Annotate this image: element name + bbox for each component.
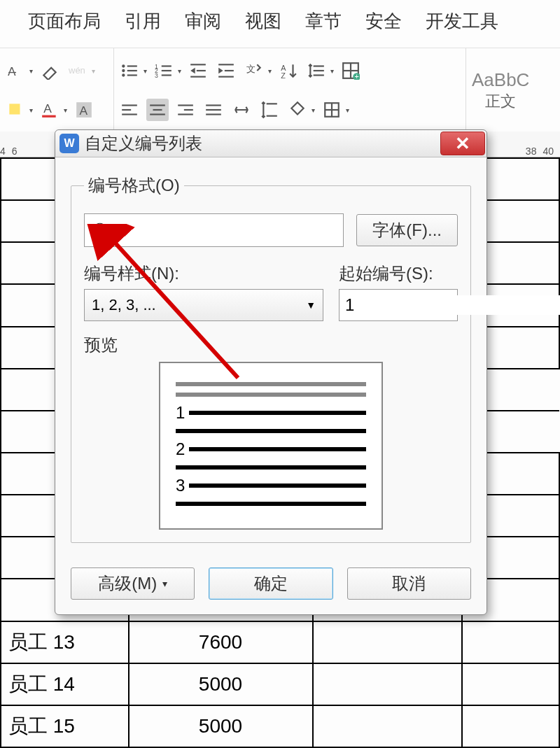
svg-rect-5 <box>42 115 55 118</box>
cell-employee[interactable]: 员工 13 <box>1 621 129 663</box>
dialog-title: 自定义编号列表 <box>85 132 440 155</box>
bullets-icon[interactable] <box>118 59 141 82</box>
custom-number-list-dialog: W 自定义编号列表 ✕ 编号格式(O) 字体(F)... 编号样式(N): 1,… <box>55 129 487 615</box>
app-icon: W <box>59 134 79 153</box>
table-row: 员工 145000 <box>1 663 559 705</box>
menu-chapter[interactable]: 章节 <box>305 9 342 34</box>
borders-icon[interactable] <box>321 99 343 121</box>
insert-table-icon[interactable]: + <box>340 59 362 82</box>
toolbar: A̶▾ wén▾ ▾ A▾ A ▾ 123▾ 文▾ AZ ▾ + ▾ <box>0 48 560 133</box>
pinyin-icon[interactable]: wén <box>66 59 89 82</box>
numbering-icon[interactable]: 123 <box>153 59 175 82</box>
start-number-input[interactable] <box>340 295 560 315</box>
svg-text:+: + <box>354 72 358 80</box>
eraser-icon[interactable] <box>38 59 61 82</box>
number-format-group: 编号格式(O) 字体(F)... 编号样式(N): 1, 2, 3, ... ▼… <box>71 174 471 543</box>
distribute-icon[interactable] <box>230 99 253 121</box>
clear-format-icon[interactable]: A̶ <box>4 59 27 82</box>
align-justify-icon[interactable] <box>202 99 225 121</box>
char-shading-icon[interactable]: A <box>73 99 95 121</box>
svg-text:wén: wén <box>69 65 85 76</box>
sort-icon[interactable]: AZ <box>277 59 300 82</box>
cell-value[interactable]: 5000 <box>129 705 313 747</box>
decrease-indent-icon[interactable] <box>187 59 209 82</box>
svg-point-12 <box>122 73 125 76</box>
dialog-title-bar[interactable]: W 自定义编号列表 ✕ <box>55 130 486 157</box>
ruler-mark: 6 <box>12 146 18 157</box>
style-normal[interactable]: AaBbC 正文 <box>466 48 535 132</box>
chevron-down-icon: ▼ <box>306 299 316 311</box>
svg-point-8 <box>122 64 125 67</box>
svg-text:Z: Z <box>281 71 286 80</box>
number-format-input[interactable] <box>84 213 344 247</box>
svg-rect-3 <box>9 104 20 114</box>
menu-dev-tools[interactable]: 开发工具 <box>426 9 498 34</box>
highlight-icon[interactable] <box>4 99 27 121</box>
number-format-legend: 编号格式(O) <box>84 174 184 197</box>
svg-text:A̶: A̶ <box>8 64 16 78</box>
text-direction-icon[interactable]: 文 <box>243 59 265 82</box>
ok-button[interactable]: 确定 <box>209 567 332 600</box>
font-color-icon[interactable]: A <box>38 99 61 121</box>
svg-text:文: 文 <box>246 64 255 74</box>
font-button[interactable]: 字体(F)... <box>356 214 458 246</box>
shading-icon[interactable] <box>286 99 309 121</box>
svg-marker-25 <box>218 68 223 74</box>
menu-bar: 页面布局 引用 审阅 视图 章节 安全 开发工具 <box>0 0 560 42</box>
preview-box: 1 2 3 <box>159 362 383 530</box>
line-spacing-icon[interactable] <box>305 59 328 82</box>
style-sample: AaBbC <box>472 69 529 91</box>
svg-marker-21 <box>190 68 195 74</box>
svg-text:3: 3 <box>155 72 158 79</box>
start-number-label: 起始编号(S): <box>339 262 458 285</box>
para-spacing-icon[interactable] <box>258 99 281 121</box>
ruler-mark: 4 <box>0 146 6 157</box>
align-left-icon[interactable] <box>118 99 141 121</box>
cell-employee[interactable]: 员工 15 <box>1 705 129 747</box>
svg-point-10 <box>122 69 125 72</box>
menu-reference[interactable]: 引用 <box>125 9 161 34</box>
style-name: 正文 <box>485 91 516 112</box>
ruler-mark: 40 <box>542 146 554 157</box>
svg-marker-1 <box>43 68 55 80</box>
advanced-button[interactable]: 高级(M)▾ <box>71 567 195 600</box>
svg-text:A: A <box>80 104 88 118</box>
cell-employee[interactable]: 员工 14 <box>1 663 129 705</box>
menu-view[interactable]: 视图 <box>245 9 281 34</box>
start-number-spinner[interactable]: ▲ ▼ <box>339 289 458 321</box>
preview-label: 预览 <box>84 334 458 356</box>
menu-page-layout[interactable]: 页面布局 <box>28 9 101 34</box>
table-row: 员工 137600 <box>1 621 559 663</box>
number-style-value: 1, 2, 3, ... <box>92 296 156 314</box>
menu-security[interactable]: 安全 <box>365 9 402 34</box>
align-right-icon[interactable] <box>174 99 197 121</box>
cell-value[interactable]: 7600 <box>129 621 313 663</box>
cell-value[interactable]: 5000 <box>129 663 313 705</box>
menu-review[interactable]: 审阅 <box>185 9 221 34</box>
close-button[interactable]: ✕ <box>440 132 485 155</box>
number-style-select[interactable]: 1, 2, 3, ... ▼ <box>84 289 323 321</box>
number-style-label: 编号样式(N): <box>84 262 323 285</box>
increase-indent-icon[interactable] <box>215 59 237 82</box>
ruler-mark: 38 <box>526 146 537 157</box>
table-row: 员工 155000 <box>1 705 559 747</box>
cancel-button[interactable]: 取消 <box>347 567 471 600</box>
svg-text:A: A <box>43 101 52 115</box>
align-center-icon[interactable] <box>146 99 169 121</box>
